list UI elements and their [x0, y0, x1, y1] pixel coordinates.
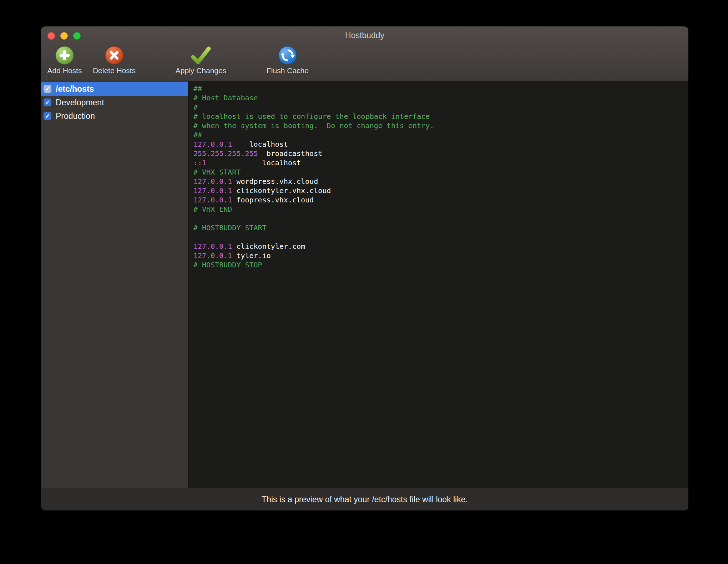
add-hosts-label: Add Hosts	[47, 66, 82, 75]
checkmark-icon	[191, 45, 211, 66]
sidebar-item-label: Development	[56, 98, 104, 107]
editor-line	[193, 232, 688, 242]
checkbox[interactable]: ✓	[44, 99, 51, 106]
editor-line: # VHX END	[193, 205, 688, 214]
flush-cache-label: Flush Cache	[267, 66, 309, 75]
editor-line: ::1 localhost	[193, 158, 688, 167]
window-title: Hostbuddy	[41, 26, 688, 44]
editor-line: 255.255.255.255 broadcasthost	[193, 149, 688, 158]
apply-changes-button[interactable]: Apply Changes	[172, 45, 229, 75]
editor-line: # HOSTBUDDY STOP	[193, 260, 688, 270]
editor-line: # VHX START	[193, 167, 688, 177]
refresh-circle-icon	[278, 45, 297, 66]
sidebar-item-label: /etc/hosts	[56, 84, 94, 94]
delete-hosts-button[interactable]: Delete Hosts	[86, 45, 143, 75]
plus-circle-icon	[55, 45, 74, 66]
sidebar-item-label: Production	[56, 111, 95, 121]
editor-line: 127.0.0.1 localhost	[193, 140, 688, 149]
sidebar-item[interactable]: ✓Production	[41, 109, 188, 123]
sidebar-item[interactable]: ✓/etc/hosts	[41, 82, 188, 96]
checkbox[interactable]: ✓	[44, 112, 51, 120]
editor-line: 127.0.0.1 tyler.io	[193, 251, 688, 260]
editor-line: # localhost is used to configure the loo…	[193, 112, 688, 121]
main-content: ✓/etc/hosts✓Development✓Production ### H…	[41, 81, 688, 488]
editor-line: # when the system is booting. Do not cha…	[193, 121, 688, 130]
editor-line: 127.0.0.1 foopress.vhx.cloud	[193, 195, 688, 205]
toolbar: Add Hosts Delete Hosts	[41, 44, 688, 81]
editor-line: # Host Database	[193, 93, 688, 102]
window-chrome: Hostbuddy Add Hosts	[41, 26, 688, 81]
hosts-preview[interactable]: ### Host Database## localhost is used to…	[189, 81, 688, 488]
apply-changes-label: Apply Changes	[176, 66, 226, 75]
checkbox[interactable]: ✓	[44, 85, 51, 93]
sidebar-list: ✓/etc/hosts✓Development✓Production	[41, 81, 189, 488]
sidebar-item[interactable]: ✓Development	[41, 96, 188, 109]
status-bar: This is a preview of what your /etc/host…	[41, 488, 688, 510]
minimize-button[interactable]	[60, 32, 68, 40]
editor-line: #	[193, 102, 688, 112]
delete-hosts-label: Delete Hosts	[93, 66, 136, 75]
flush-cache-button[interactable]: Flush Cache	[259, 45, 316, 75]
editor-line: ##	[193, 84, 688, 93]
titlebar[interactable]: Hostbuddy	[41, 26, 688, 44]
status-text: This is a preview of what your /etc/host…	[262, 495, 468, 504]
editor-line: ##	[193, 130, 688, 140]
app-window: Hostbuddy Add Hosts	[41, 26, 688, 510]
editor-line: 127.0.0.1 clickontyler.vhx.cloud	[193, 186, 688, 195]
close-button[interactable]	[47, 32, 55, 40]
editor-line	[193, 214, 688, 223]
x-circle-icon	[105, 45, 123, 66]
editor-line: 127.0.0.1 wordpress.vhx.cloud	[193, 177, 688, 186]
zoom-button[interactable]	[73, 32, 81, 40]
editor-line: # HOSTBUDDY START	[193, 223, 688, 232]
editor-line: 127.0.0.1 clickontyler.com	[193, 242, 688, 251]
